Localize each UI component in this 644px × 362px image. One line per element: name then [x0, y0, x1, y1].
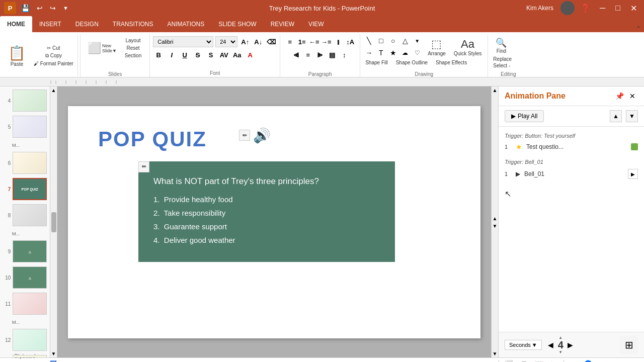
layout-btn[interactable]: Layout — [123, 37, 143, 44]
close-btn[interactable]: ✕ — [627, 4, 640, 13]
shape-circle[interactable]: ○ — [387, 35, 398, 46]
scroll-right-up-btn[interactable]: ▲ — [492, 86, 498, 94]
tab-view[interactable]: VIEW — [301, 16, 331, 32]
new-slide-btn[interactable]: ⬜ New Slide▼ — [85, 36, 120, 60]
align-right-btn[interactable]: ⫸ — [314, 49, 326, 60]
slide-preview-7[interactable]: POP QUIZ — [13, 178, 47, 200]
italic-btn[interactable]: I — [166, 49, 177, 60]
font-color-btn[interactable]: A — [245, 49, 256, 60]
align-center-btn[interactable]: ≡ — [302, 49, 313, 60]
slide-thumb-5[interactable]: 5 — [2, 115, 48, 139]
edit-pencil-btn[interactable]: ✏ — [239, 130, 250, 141]
font-increase-btn[interactable]: A↑ — [239, 36, 251, 47]
pane-close-btn[interactable]: ✕ — [627, 90, 638, 102]
slide-preview-8[interactable] — [13, 204, 47, 226]
quick-save-btn[interactable]: 💾 — [19, 3, 32, 13]
shape-star[interactable]: ★ — [387, 47, 398, 58]
tab-home[interactable]: HOME — [0, 16, 32, 32]
change-case-btn[interactable]: Aa — [231, 49, 243, 60]
redo-btn[interactable]: ↪ — [48, 3, 58, 13]
anim-item-1[interactable]: 1 ★ Test questio... — [499, 141, 644, 153]
strikethrough-btn[interactable]: S — [192, 49, 203, 60]
anim-item-2[interactable]: 1 ▶ Bell_01 ▶ — [499, 167, 644, 181]
reading-view-btn[interactable]: 📖 — [533, 359, 544, 363]
scroll-down-btn[interactable]: ▼ — [50, 350, 57, 357]
vertical-scrollbar[interactable]: ▲ ▼ — [50, 86, 57, 357]
tab-slideshow[interactable]: SLIDE SHOW — [211, 16, 263, 32]
format-painter-btn[interactable]: 🖌 Format Painter — [32, 60, 75, 67]
underline-btn[interactable]: U — [179, 49, 190, 60]
text-direction-btn[interactable]: ↕A — [345, 36, 356, 47]
anim-item-play-btn[interactable]: ▶ — [628, 169, 638, 179]
reset-btn[interactable]: Reset — [123, 45, 143, 51]
slide-thumb-8[interactable]: 8 — [2, 203, 48, 227]
customize-btn[interactable]: ▼ — [61, 4, 70, 12]
slide-preview-12[interactable] — [13, 329, 47, 351]
shape-fill-btn[interactable]: Shape Fill — [363, 59, 389, 66]
numbering-btn[interactable]: 1≡ — [296, 36, 307, 47]
scroll-thumb[interactable] — [51, 212, 56, 232]
slide-thumb-7[interactable]: 7 POP QUIZ — [2, 177, 48, 201]
shadow-btn[interactable]: S — [205, 49, 216, 60]
select-btn[interactable]: Select - — [491, 62, 512, 69]
drag-handle[interactable]: ✏ — [138, 161, 149, 172]
move-down-btn[interactable]: ▼ — [626, 110, 638, 122]
cut-btn[interactable]: ✂ Cut — [32, 45, 75, 51]
normal-view-btn[interactable]: ⬜ — [503, 359, 514, 363]
shape-cloud[interactable]: ☁ — [399, 47, 411, 58]
maximize-btn[interactable]: □ — [612, 4, 623, 13]
speaker-icon[interactable]: 🔊 — [253, 127, 271, 144]
tab-design[interactable]: DESIGN — [68, 16, 106, 32]
align-left-btn[interactable]: ⫷ — [290, 49, 301, 60]
increase-indent-btn[interactable]: →≡ — [320, 36, 332, 47]
slide-thumb-4[interactable]: 4 — [2, 88, 48, 113]
font-decrease-btn[interactable]: A↓ — [253, 36, 264, 47]
slide-thumb-10[interactable]: 10 △ — [2, 265, 48, 290]
bold-btn[interactable]: B — [153, 49, 164, 60]
slide-preview-6[interactable] — [13, 152, 47, 174]
scroll-right-down-btn[interactable]: ▼ — [492, 350, 498, 357]
tab-review[interactable]: REVIEW — [264, 16, 301, 32]
decrease-indent-btn[interactable]: ←≡ — [308, 36, 319, 47]
collapse-ribbon-btn[interactable]: ⌃ — [633, 25, 644, 32]
quick-styles-btn[interactable]: Aa Quick Styles — [451, 36, 485, 58]
shape-outline-btn[interactable]: Shape Outline — [394, 59, 430, 66]
paste-btn[interactable]: 📋 Paste — [4, 35, 30, 76]
replace-btn[interactable]: Replace — [491, 56, 514, 62]
adjust-bottom-btn[interactable]: ▼ — [492, 222, 498, 230]
slide-thumb-12[interactable]: 12 — [2, 328, 48, 352]
copy-btn[interactable]: ⧉ Copy — [32, 52, 75, 59]
line-spacing-btn[interactable]: ↕ — [339, 49, 350, 60]
justify-btn[interactable]: ▤ — [327, 49, 338, 60]
tab-insert[interactable]: INSERT — [32, 16, 68, 32]
slide-thumb-6[interactable]: 6 — [2, 151, 48, 175]
zoom-slider[interactable] — [578, 360, 618, 363]
slide-thumb-9[interactable]: 9 △ — [2, 239, 48, 263]
shape-more[interactable]: ▼ — [412, 35, 423, 46]
font-size-select[interactable]: 24 — [215, 36, 237, 47]
font-family-select[interactable]: Calibri — [153, 36, 213, 47]
play-all-btn[interactable]: ▶ Play All — [505, 110, 544, 122]
shape-line[interactable]: ╲ — [363, 35, 374, 46]
section-btn[interactable]: Section — [123, 52, 143, 59]
slide-preview-5[interactable] — [13, 116, 47, 138]
shape-effects-btn[interactable]: Shape Effects — [434, 59, 469, 66]
help-btn[interactable]: ❓ — [579, 4, 593, 13]
seconds-btn[interactable]: Seconds ▼ — [505, 340, 542, 350]
move-up-btn[interactable]: ▲ — [610, 110, 622, 122]
timeline-prev-btn[interactable]: ◀ — [546, 340, 556, 350]
slide-preview-9[interactable]: △ — [13, 240, 47, 262]
slide-preview-11[interactable] — [13, 293, 47, 315]
scroll-up-btn[interactable]: ▲ — [50, 86, 57, 94]
slideshow-btn[interactable]: ▶ — [548, 359, 559, 363]
slide-preview-10[interactable]: △ — [13, 266, 47, 289]
timeline-next-btn[interactable]: ▶ — [566, 340, 576, 350]
minimize-btn[interactable]: ─ — [597, 4, 608, 13]
bullets-btn[interactable]: ≡ — [284, 36, 295, 47]
slide-sorter-btn[interactable]: ⊞ — [518, 359, 529, 363]
slide-preview-13[interactable] — [13, 355, 47, 357]
shape-text[interactable]: T — [375, 47, 386, 58]
shape-triangle[interactable]: △ — [399, 35, 411, 46]
undo-btn[interactable]: ↩ — [35, 3, 45, 13]
pane-pin-btn[interactable]: 📌 — [614, 90, 625, 102]
